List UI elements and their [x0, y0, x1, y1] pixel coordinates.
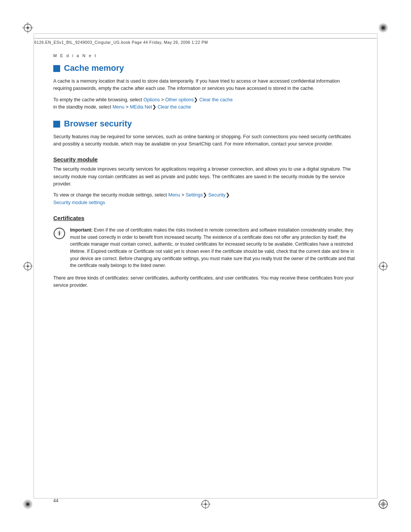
header-bar: 6126.EN_ESv1_BIL_9249003_Cingular_UG.boo…	[34, 38, 377, 45]
important-icon: i	[53, 227, 65, 240]
reg-mark-top-left	[21, 21, 35, 35]
browser-heading-text: Browser security	[64, 119, 132, 129]
cache-body2-mid2: in the standby mode, select	[53, 104, 113, 110]
cache-body2-mid1: >	[160, 97, 165, 102]
reg-mark-bottom-right	[376, 497, 390, 511]
cache-body-1: A cache is a memory location that is use…	[53, 78, 358, 93]
cache-clear-link2[interactable]: Clear the cache	[158, 104, 191, 110]
cache-options-link[interactable]: Options	[143, 97, 160, 102]
cache-media-net-link[interactable]: MEdia Net	[130, 104, 152, 110]
cache-menu-link[interactable]: Menu	[113, 104, 124, 110]
header-text: 6126.EN_ESv1_BIL_9249003_Cingular_UG.boo…	[34, 40, 208, 45]
important-body: Even if the use of certificates makes th…	[70, 227, 355, 268]
page: 6126.EN_ESv1_BIL_9249003_Cingular_UG.boo…	[0, 0, 411, 532]
reg-mark-top-right	[376, 21, 390, 35]
browser-body-1: Security features may be required for so…	[53, 133, 358, 148]
important-text-block: Important: Even if the use of certificat…	[70, 227, 358, 269]
top-border-line	[33, 34, 378, 34]
cache-arrow1: ❯	[194, 97, 199, 102]
cache-other-options-link[interactable]: Other options	[165, 97, 194, 102]
security-arrow1: ❯	[203, 192, 208, 198]
browser-blue-square-icon	[53, 121, 60, 128]
security-module-body-1: The security module improves security se…	[53, 166, 358, 188]
cache-blue-square-icon	[53, 65, 60, 72]
cache-heading-text: Cache memory	[64, 63, 124, 73]
main-content: M E d i a N e t Cache memory A cache is …	[53, 53, 358, 490]
security-module-body2-prefix: To view or change the security module se…	[53, 192, 168, 198]
svg-point-6	[382, 26, 385, 29]
cache-section-heading: Cache memory	[53, 63, 358, 73]
security-module-subheading: Security module	[53, 156, 358, 163]
reg-mark-bottom-center	[199, 497, 212, 511]
cache-body2-mid3: >	[124, 104, 130, 110]
reg-mark-mid-left	[21, 259, 35, 273]
security-module-security-link[interactable]: Security	[208, 192, 225, 198]
svg-point-9	[27, 503, 29, 505]
svg-point-3	[27, 27, 29, 29]
svg-point-25	[205, 503, 207, 505]
browser-section-heading: Browser security	[53, 119, 358, 129]
reg-mark-bottom-left	[21, 497, 35, 511]
page-number: 44	[53, 498, 58, 503]
reg-mark-mid-right	[376, 259, 390, 273]
cache-arrow2: ❯	[152, 104, 158, 110]
security-module-menu-link[interactable]: Menu	[168, 192, 180, 198]
cache-body-2: To empty the cache while browsing, selec…	[53, 96, 358, 111]
certificates-subheading: Certificates	[53, 215, 358, 221]
security-module-settings-link[interactable]: Settings	[186, 192, 203, 198]
important-label: Important:	[70, 227, 92, 233]
security-arrow2: ❯	[226, 192, 230, 198]
svg-text:i: i	[59, 230, 60, 236]
security-module-settings-link2[interactable]: Security module settings	[53, 200, 105, 205]
security-module-body-2: To view or change the security module se…	[53, 192, 358, 206]
important-box: i Important: Even if the use of certific…	[53, 227, 358, 269]
section-label: M E d i a N e t	[53, 53, 358, 58]
certificates-body-1: There are three kinds of certificates: s…	[53, 275, 358, 289]
svg-point-17	[27, 265, 29, 267]
svg-point-21	[382, 265, 384, 267]
cache-body2-prefix: To empty the cache while browsing, selec…	[53, 97, 143, 102]
cache-clear-link1[interactable]: Clear the cache	[199, 97, 233, 102]
